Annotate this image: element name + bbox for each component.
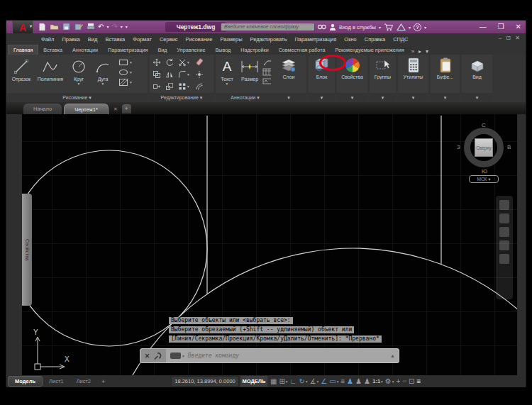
exchange-dropdown[interactable]: ▾	[409, 25, 411, 30]
panel-groups-expand[interactable]: ▾	[370, 93, 396, 102]
ribbon-tab-parametric[interactable]: Параметризация	[103, 45, 153, 55]
chevron-down-icon[interactable]: ▾	[130, 80, 132, 84]
viewcube-east[interactable]: В	[507, 144, 511, 150]
exchange-apps-icon[interactable]	[397, 22, 406, 32]
tab-close-icon[interactable]: ✕	[113, 106, 118, 112]
tab-drawing1[interactable]: Чертеж1*	[64, 104, 109, 114]
pan-icon[interactable]	[499, 213, 509, 223]
clipboard-button[interactable]: Буфе...	[431, 56, 460, 79]
panel-block-expand[interactable]: ▾	[309, 93, 335, 102]
menu-insert[interactable]: Вставка	[105, 36, 125, 43]
undo-button[interactable]: ↶	[98, 22, 104, 31]
viewcube-south[interactable]: Ю	[482, 168, 487, 174]
command-expand-icon[interactable]: ▲	[390, 353, 395, 358]
open-file-button[interactable]	[50, 22, 59, 31]
ribbon-tab-collaborate[interactable]: Совместная работа	[274, 45, 331, 55]
menu-view[interactable]: Вид	[88, 36, 98, 43]
panel-modify-footer[interactable]: Редактирование ▾	[150, 93, 214, 102]
user-icon[interactable]	[329, 22, 336, 32]
menu-format[interactable]: Формат	[133, 36, 152, 43]
help-search-input[interactable]: Введите ключевое слово/фразу	[221, 23, 315, 31]
chevron-down-icon[interactable]: ▾	[217, 82, 237, 86]
wrench-icon[interactable]	[153, 352, 162, 360]
wcs-dropdown[interactable]: МСК ▾	[469, 175, 499, 183]
signin-button[interactable]: Вход в службы	[339, 24, 376, 30]
ribbon-tab-home[interactable]: Главная	[8, 45, 38, 55]
grid-toggle[interactable]: ▦	[270, 376, 277, 387]
minimize-button[interactable]: —	[480, 22, 487, 32]
clean-screen-button[interactable]: ⊡	[409, 376, 414, 387]
offset-tool-button[interactable]	[195, 80, 208, 92]
chevron-down-icon[interactable]: ▾	[67, 82, 90, 86]
new-tab-button[interactable]: +	[122, 104, 131, 113]
tab-layout1[interactable]: Лист1	[43, 377, 70, 386]
properties-palette-tab[interactable]: Свойства	[22, 194, 32, 306]
navwheel-icon[interactable]	[499, 200, 509, 210]
tray-plus-button[interactable]: +	[397, 376, 401, 387]
ribbon-tab-annotate[interactable]: Аннотации	[67, 45, 103, 55]
customization-menu-button[interactable]: ≡	[416, 376, 421, 387]
move-tool-button[interactable]	[153, 56, 165, 68]
menu-draw[interactable]: Рисование	[186, 36, 213, 43]
angle-toggle[interactable]: ∠	[321, 376, 327, 387]
chevron-down-icon[interactable]: ▾	[187, 72, 189, 77]
gear-icon[interactable]: ⚙▾	[385, 376, 394, 387]
signin-dropdown[interactable]: ▾	[379, 25, 381, 30]
viewcube-face-top[interactable]: Сверху	[475, 138, 493, 157]
ortho-toggle[interactable]: ∟	[290, 376, 297, 387]
text-tool-button[interactable]: А Текст ▾	[217, 57, 237, 86]
menu-help[interactable]: Справка	[365, 36, 385, 43]
ribbon-tab-view[interactable]: Вид	[153, 45, 172, 55]
viewcube[interactable]: Сверху С Ю З В	[462, 124, 506, 171]
help-dropdown[interactable]: ▾	[424, 25, 426, 30]
command-input[interactable]: Введите команду	[188, 353, 239, 359]
close-button[interactable]: ✕	[516, 22, 521, 32]
trim-tool-button[interactable]: ▾	[178, 56, 195, 68]
panel-clipboard-expand[interactable]: ▾	[431, 93, 460, 102]
ribbon-tab-featured-apps[interactable]: Рекомендуемые приложения	[330, 45, 409, 55]
menu-spds[interactable]: СПДС	[393, 36, 408, 43]
rectangle-tool-button[interactable]: ▾	[118, 58, 132, 67]
new-file-button[interactable]	[38, 22, 47, 31]
maximize-button[interactable]: ❐	[498, 22, 504, 32]
menu-tools[interactable]: Сервис	[160, 36, 178, 43]
menu-file[interactable]: Файл	[41, 36, 54, 43]
model-space-button[interactable]: МОДЕЛЬ	[240, 376, 267, 387]
menu-window[interactable]: Окно	[344, 36, 356, 43]
chevron-down-icon[interactable]: ▾	[130, 70, 132, 74]
tab-layout2[interactable]: Лист2	[70, 377, 97, 386]
redo-dropdown[interactable]: ▾	[121, 24, 123, 29]
panel-draw-footer[interactable]: Рисование ▾	[6, 93, 148, 102]
scale-tool-button[interactable]	[165, 80, 178, 92]
stretch-tool-button[interactable]	[153, 80, 165, 92]
line-tool-button[interactable]: Отрезок	[8, 57, 35, 82]
ribbon-tab-insert[interactable]: Вставка	[38, 45, 67, 55]
explode-tool-button[interactable]	[195, 68, 208, 80]
panel-view-expand[interactable]: ▾	[462, 93, 492, 102]
mdi-window-controls[interactable]: ‒ ⊡ ✕	[499, 35, 521, 41]
menu-parametric[interactable]: Параметризация	[294, 36, 336, 43]
orbit-icon[interactable]	[499, 240, 509, 250]
ribbon-overflow-button[interactable]: »	[409, 48, 416, 55]
rotate-tool-button[interactable]	[165, 56, 178, 68]
annotation-scale-toggle[interactable]: ♟	[364, 376, 370, 387]
dynamic-input-toggle[interactable]: ▭▾	[329, 376, 338, 387]
groups-button[interactable]: Группы	[370, 56, 396, 79]
menu-edit[interactable]: Правка	[62, 36, 79, 43]
showmotion-icon[interactable]	[499, 254, 509, 264]
mirror-tool-button[interactable]	[165, 68, 178, 80]
panel-layers-expand[interactable]: ▾	[271, 93, 306, 102]
redo-button[interactable]: ↷	[111, 22, 117, 31]
fillet-tool-button[interactable]: ▾	[178, 68, 195, 80]
lineweight-toggle[interactable]: ≡	[340, 376, 345, 387]
drawing-canvas[interactable]: Y X Свойства Сверху С Ю З В МСК ▾	[22, 114, 517, 375]
erase-tool-button[interactable]	[195, 56, 208, 68]
app-menu-button[interactable]: A ▾	[12, 21, 33, 35]
keyboard-icon[interactable]	[170, 353, 181, 359]
menu-dimension[interactable]: Размеры	[220, 36, 242, 43]
new-layout-button[interactable]: +	[97, 378, 109, 385]
view-button[interactable]: Вид	[462, 56, 492, 79]
cart-icon[interactable]	[384, 22, 394, 32]
ribbon-media-icon[interactable]: ▸	[416, 48, 423, 55]
ribbon-state-dropdown[interactable]: ▾	[423, 48, 431, 55]
